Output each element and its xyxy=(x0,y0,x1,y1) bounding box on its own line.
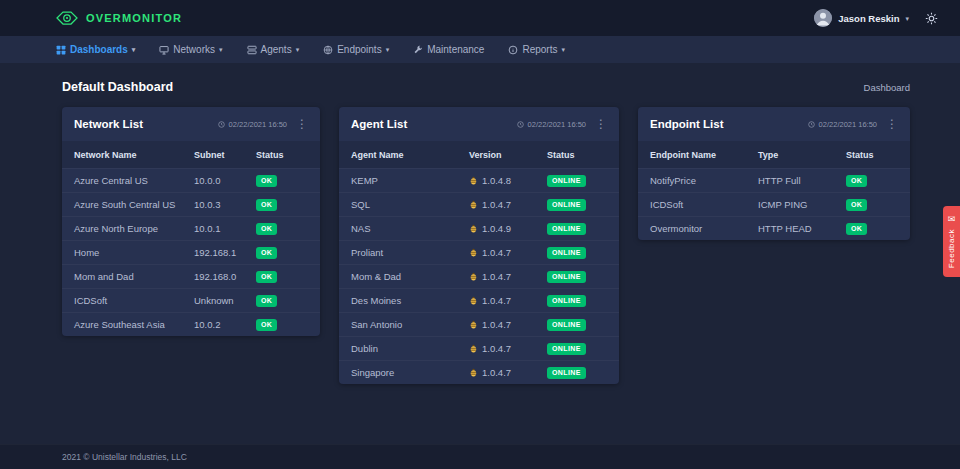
agent-version: 1.0.4.9 xyxy=(482,223,511,234)
table-row: Home 192.168.1 OK xyxy=(62,240,320,264)
status-badge: ONLINE xyxy=(547,175,586,187)
card-title: Network List xyxy=(74,118,143,130)
agent-version-icon xyxy=(469,248,478,257)
envelope-icon: ✉ xyxy=(948,215,956,224)
table-row: Dublin 1.0.4.7 ONLINE xyxy=(339,336,619,360)
status-badge: ONLINE xyxy=(547,199,586,211)
network-subnet: 192.168.1 xyxy=(194,247,256,258)
agent-name: Singapore xyxy=(351,367,469,378)
table-row: Mom and Dad 192.168.0 OK xyxy=(62,264,320,288)
agent-name: KEMP xyxy=(351,175,469,186)
card-menu-button[interactable]: ⋮ xyxy=(595,118,607,130)
brand-name: OVERMONITOR xyxy=(86,12,182,24)
settings-gear-button[interactable] xyxy=(925,12,938,25)
clock-icon xyxy=(218,121,225,128)
column-header: Agent Name xyxy=(351,150,469,160)
table-header: Agent Name Version Status xyxy=(339,141,619,168)
agent-name: NAS xyxy=(351,223,469,234)
chevron-down-icon: ▾ xyxy=(219,46,223,53)
table-row: NAS 1.0.4.9 ONLINE xyxy=(339,216,619,240)
status-badge: ONLINE xyxy=(547,247,586,259)
overmonitor-logo-icon xyxy=(56,10,78,26)
footer-text: 2021 © Unistellar Industries, LLC xyxy=(62,452,187,462)
column-header: Status xyxy=(846,150,898,160)
breadcrumb[interactable]: Dashboard xyxy=(864,82,910,93)
status-badge: OK xyxy=(846,199,867,211)
status-badge: ONLINE xyxy=(547,367,586,379)
network-list-card: Network List 02/22/2021 16:50 ⋮ Network … xyxy=(62,107,320,336)
status-badge: OK xyxy=(256,319,277,331)
agent-name: San Antonio xyxy=(351,319,469,330)
networks-monitor-icon xyxy=(159,45,169,55)
endpoint-type: HTTP HEAD xyxy=(758,223,846,234)
clock-icon xyxy=(517,121,524,128)
status-badge: OK xyxy=(256,295,277,307)
user-menu[interactable]: Jason Reskin ▾ xyxy=(814,9,909,27)
nav-maintenance[interactable]: Maintenance xyxy=(413,44,484,55)
table-row: ICDSoft Unknown OK xyxy=(62,288,320,312)
nav-agents[interactable]: Agents ▾ xyxy=(247,44,300,55)
column-header: Version xyxy=(469,150,547,160)
card-menu-button[interactable]: ⋮ xyxy=(296,118,308,130)
network-name: Azure Southeast Asia xyxy=(74,319,194,330)
column-header: Network Name xyxy=(74,150,194,160)
agent-name: Dublin xyxy=(351,343,469,354)
agent-version-icon xyxy=(469,224,478,233)
endpoint-name: ICDSoft xyxy=(650,199,758,210)
agent-version-icon xyxy=(469,176,478,185)
card-menu-button[interactable]: ⋮ xyxy=(886,118,898,130)
card-title: Agent List xyxy=(351,118,407,130)
nav-endpoints[interactable]: Endpoints ▾ xyxy=(323,44,389,55)
agent-version: 1.0.4.7 xyxy=(482,199,511,210)
agent-version-icon xyxy=(469,200,478,209)
status-badge: ONLINE xyxy=(547,223,586,235)
agent-version-icon xyxy=(469,344,478,353)
chevron-down-icon: ▾ xyxy=(386,46,390,53)
agent-version: 1.0.4.8 xyxy=(482,175,511,186)
network-subnet: 10.0.2 xyxy=(194,319,256,330)
chevron-down-icon: ▾ xyxy=(561,46,565,53)
status-badge: OK xyxy=(256,271,277,283)
agents-server-icon xyxy=(247,45,257,55)
page-title: Default Dashboard xyxy=(62,80,173,94)
card-timestamp: 02/22/2021 16:50 xyxy=(528,120,586,129)
endpoint-list-card: Endpoint List 02/22/2021 16:50 ⋮ Endpoin… xyxy=(638,107,910,240)
footer: 2021 © Unistellar Industries, LLC xyxy=(0,444,960,469)
agent-version-icon xyxy=(469,272,478,281)
brand: OVERMONITOR xyxy=(56,10,182,26)
agent-version-icon xyxy=(469,296,478,305)
reports-info-icon xyxy=(508,45,518,55)
table-row: SQL 1.0.4.7 ONLINE xyxy=(339,192,619,216)
nav-label: Maintenance xyxy=(427,44,484,55)
agent-version: 1.0.4.7 xyxy=(482,271,511,282)
nav-reports[interactable]: Reports ▾ xyxy=(508,44,565,55)
network-name: ICDSoft xyxy=(74,295,194,306)
avatar xyxy=(814,9,832,27)
nav-label: Dashboards xyxy=(70,44,128,55)
nav-label: Agents xyxy=(261,44,292,55)
chevron-down-icon: ▾ xyxy=(296,46,300,53)
main-nav: Dashboards ▾ Networks ▾ Agents ▾ Endpoin… xyxy=(0,36,960,63)
endpoint-type: HTTP Full xyxy=(758,175,846,186)
nav-dashboards[interactable]: Dashboards ▾ xyxy=(56,44,135,55)
chevron-down-icon: ▾ xyxy=(905,15,909,22)
agent-name: SQL xyxy=(351,199,469,210)
table-row: KEMP 1.0.4.8 ONLINE xyxy=(339,168,619,192)
user-name: Jason Reskin xyxy=(838,13,899,24)
feedback-tab[interactable]: ✉ Feedback xyxy=(943,206,960,277)
agent-name: Proliant xyxy=(351,247,469,258)
table-row: Des Moines 1.0.4.7 ONLINE xyxy=(339,288,619,312)
network-subnet: 10.0.3 xyxy=(194,199,256,210)
table-header: Network Name Subnet Status xyxy=(62,141,320,168)
network-subnet: 10.0.1 xyxy=(194,223,256,234)
nav-networks[interactable]: Networks ▾ xyxy=(159,44,222,55)
endpoint-name: Overmonitor xyxy=(650,223,758,234)
network-name: Azure Central US xyxy=(74,175,194,186)
table-row: San Antonio 1.0.4.7 ONLINE xyxy=(339,312,619,336)
column-header: Subnet xyxy=(194,150,256,160)
nav-label: Networks xyxy=(173,44,215,55)
agent-list-card: Agent List 02/22/2021 16:50 ⋮ Agent Name… xyxy=(339,107,619,384)
agent-version: 1.0.4.7 xyxy=(482,247,511,258)
table-row: NotifyPrice HTTP Full OK xyxy=(638,168,910,192)
network-name: Azure South Central US xyxy=(74,199,194,210)
